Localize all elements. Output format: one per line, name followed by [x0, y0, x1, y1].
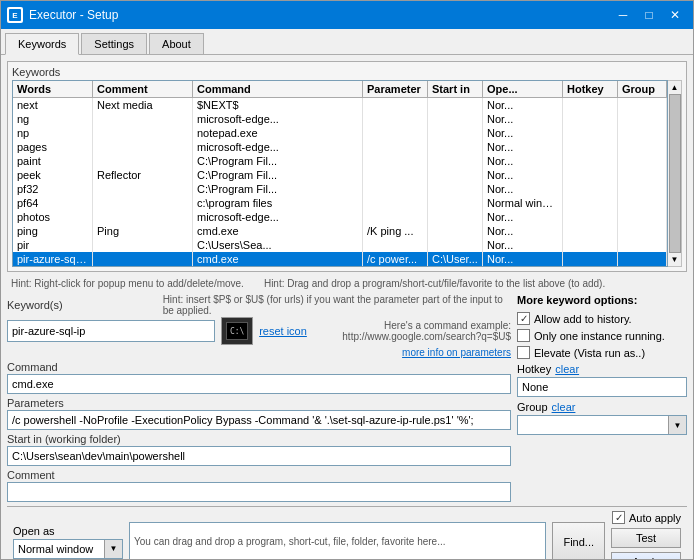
col-header-open[interactable]: Ope...: [483, 81, 563, 97]
table-cell: [363, 112, 428, 126]
table-row[interactable]: peekReflectorC:\Program Fil...Nor...: [13, 168, 667, 182]
table-row[interactable]: paintC:\Program Fil...Nor...: [13, 154, 667, 168]
table-row[interactable]: pf32C:\Program Fil...Nor...: [13, 182, 667, 196]
table-cell: [563, 210, 618, 224]
table-cell: [618, 126, 667, 140]
group-select[interactable]: ▼: [517, 415, 687, 435]
comment-input[interactable]: [7, 482, 511, 502]
comment-label: Comment: [7, 469, 511, 481]
table-cell: pir: [13, 238, 93, 252]
table-row[interactable]: pagesmicrosoft-edge...Nor...: [13, 140, 667, 154]
table-cell: paint: [13, 154, 93, 168]
table-cell: [93, 238, 193, 252]
hotkey-input[interactable]: [517, 377, 687, 397]
table-cell: [618, 140, 667, 154]
table-row[interactable]: pf64c:\program filesNormal window: [13, 196, 667, 210]
table-row[interactable]: pingPingcmd.exe/K ping ...Nor...: [13, 224, 667, 238]
hint-params: Hint: insert $P$ or $U$ (for urls) if yo…: [163, 294, 511, 316]
col-header-comment[interactable]: Comment: [93, 81, 193, 97]
find-button[interactable]: Find...: [552, 522, 605, 560]
table-row[interactable]: npnotepad.exeNor...: [13, 126, 667, 140]
hotkey-clear-link[interactable]: clear: [555, 363, 579, 375]
open-as-select[interactable]: Normal window ▼: [13, 539, 123, 559]
group-select-value: [518, 423, 668, 427]
minimize-button[interactable]: ─: [611, 5, 635, 25]
table-cell: C:\Program Fil...: [193, 154, 363, 168]
hint-right: Hint: Drag and drop a program/short-cut/…: [264, 278, 605, 289]
close-button[interactable]: ✕: [663, 5, 687, 25]
table-body: nextNext media$NEXT$Nor...ngmicrosoft-ed…: [13, 98, 667, 266]
group-section: Group clear ▼: [517, 401, 687, 435]
table-cell: C:\Program Fil...: [193, 182, 363, 196]
reset-icon-link[interactable]: reset icon: [259, 325, 307, 337]
scroll-up-arrow[interactable]: ▲: [671, 83, 679, 92]
apply-button[interactable]: Apply: [611, 552, 681, 559]
table-cell: pages: [13, 140, 93, 154]
maximize-button[interactable]: □: [637, 5, 661, 25]
auto-apply-label: Auto apply: [629, 512, 681, 524]
allow-history-checkbox[interactable]: [517, 312, 530, 325]
table-row[interactable]: pir-azure-sql-ipcmd.exe/c power...C:\Use…: [13, 252, 667, 266]
startin-label: Start in (working folder): [7, 433, 511, 445]
drag-drop-box[interactable]: You can drag and drop a program, short-c…: [129, 522, 546, 560]
edit-area: Keyword(s) Hint: insert $P$ or $U$ (for …: [7, 294, 687, 502]
startin-input[interactable]: [7, 446, 511, 466]
table-cell: [363, 140, 428, 154]
table-cell: cmd.exe: [193, 224, 363, 238]
vertical-scrollbar[interactable]: ▲ ▼: [668, 80, 682, 267]
elevate-checkbox[interactable]: [517, 346, 530, 359]
table-cell: [563, 238, 618, 252]
col-header-param[interactable]: Parameter: [363, 81, 428, 97]
table-row[interactable]: photosmicrosoft-edge...Nor...: [13, 210, 667, 224]
test-button[interactable]: Test: [611, 528, 681, 548]
table-cell: [93, 182, 193, 196]
auto-apply-checkbox[interactable]: [612, 511, 625, 524]
col-header-command[interactable]: Command: [193, 81, 363, 97]
col-header-group[interactable]: Group: [618, 81, 667, 97]
tab-about[interactable]: About: [149, 33, 204, 54]
table-row[interactable]: ngmicrosoft-edge...Nor...: [13, 112, 667, 126]
table-row[interactable]: pirC:\Users\Sea...Nor...: [13, 238, 667, 252]
table-cell: notepad.exe: [193, 126, 363, 140]
hint-left: Hint: Right-click for popup menu to add/…: [11, 278, 244, 289]
command-input[interactable]: [7, 374, 511, 394]
table-cell: [428, 238, 483, 252]
table-cell: Nor...: [483, 168, 563, 182]
group-clear-link[interactable]: clear: [552, 401, 576, 413]
table-cell: [93, 196, 193, 210]
one-instance-row: Only one instance running.: [517, 329, 687, 342]
action-buttons: Test Apply: [611, 528, 681, 559]
col-header-startin[interactable]: Start in: [428, 81, 483, 97]
open-as-label: Open as: [13, 525, 123, 537]
more-info-link[interactable]: more info on parameters: [402, 347, 511, 358]
keyword-input[interactable]: [7, 320, 215, 342]
table-cell: next: [13, 98, 93, 112]
one-instance-checkbox[interactable]: [517, 329, 530, 342]
keywords-group-label: Keywords: [12, 66, 682, 78]
table-cell: Next media: [93, 98, 193, 112]
open-as-arrow[interactable]: ▼: [104, 540, 122, 558]
hint-bar: Hint: Right-click for popup menu to add/…: [7, 275, 687, 292]
tab-keywords[interactable]: Keywords: [5, 33, 79, 55]
scroll-down-arrow[interactable]: ▼: [671, 255, 679, 264]
table-row[interactable]: nextNext media$NEXT$Nor...: [13, 98, 667, 112]
table-cell: [363, 98, 428, 112]
group-label-text: Group: [517, 401, 548, 413]
table-cell: Nor...: [483, 98, 563, 112]
col-header-words[interactable]: Words: [13, 81, 93, 97]
parameters-input[interactable]: [7, 410, 511, 430]
table-cell: [618, 210, 667, 224]
edit-right: More keyword options: Allow add to histo…: [517, 294, 687, 502]
table-cell: microsoft-edge...: [193, 112, 363, 126]
main-window: E Executor - Setup ─ □ ✕ Keywords Settin…: [0, 0, 694, 560]
group-select-arrow[interactable]: ▼: [668, 416, 686, 434]
table-cell: [618, 252, 667, 266]
scroll-thumb[interactable]: [669, 94, 681, 253]
table-cell: [363, 126, 428, 140]
table-cell: [563, 112, 618, 126]
col-header-hotkey[interactable]: Hotkey: [563, 81, 618, 97]
table-cell: [93, 140, 193, 154]
tab-settings[interactable]: Settings: [81, 33, 147, 54]
table-cell: [428, 168, 483, 182]
keyword-icon-box[interactable]: C:\: [221, 317, 253, 345]
